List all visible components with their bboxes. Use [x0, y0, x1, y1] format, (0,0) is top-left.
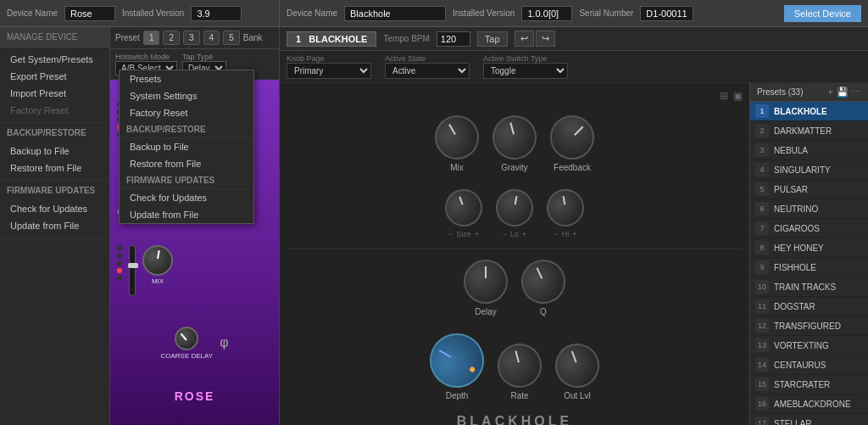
rose-knob-coarse2[interactable] [175, 327, 198, 350]
preset-name: VORTEXTING [774, 341, 829, 350]
bh-mix-label: Mix [450, 163, 464, 172]
bh-knob-feedback-item: Feedback [550, 115, 594, 172]
preset-number: 10 [755, 280, 769, 294]
layout-icon[interactable]: ▣ [733, 90, 743, 102]
preset-tab-2[interactable]: 2 [163, 31, 180, 45]
rose-preset-bar: Preset 1 2 3 4 5 Bank [110, 27, 279, 49]
preset-item-9[interactable]: 9FISHHOLE [750, 258, 868, 277]
preset-item-16[interactable]: 16AMEBLACKDRONE [750, 394, 868, 414]
tempo-input[interactable] [437, 31, 470, 47]
sidebar-item-factory-reset[interactable]: Factory Reset [0, 102, 109, 119]
dropdown-item-presets[interactable]: Presets [120, 70, 253, 87]
preset-item-10[interactable]: 10TRAIN TRACKS [750, 277, 868, 297]
bh-knob-gravity[interactable] [487, 110, 542, 165]
preset-item-14[interactable]: 14CENTAURUS [750, 355, 868, 375]
preset-name: HEY HONEY [774, 243, 824, 253]
undo-button[interactable]: ↩ [515, 31, 534, 47]
preset-item-1[interactable]: 1BLACKHOLE [750, 102, 868, 121]
active-state-select[interactable]: Active [385, 63, 470, 79]
bh-knob-row-2: −Size+ −Lo+ −Hi+ [287, 182, 743, 245]
preset-name: TRAIN TRACKS [774, 282, 836, 292]
preset-number: 13 [755, 338, 769, 352]
sidebar-item-update-from-file[interactable]: Update from File [0, 217, 109, 234]
preset-item-15[interactable]: 15STARCRATER [750, 375, 868, 394]
presets-save-icon[interactable]: 💾 [837, 87, 849, 98]
bank-label: Bank [243, 33, 263, 42]
sidebar-item-get-system-presets[interactable]: Get System/Presets [0, 51, 109, 68]
preset-number: 5 [755, 182, 769, 196]
sidebar-item-export-preset[interactable]: Export Preset [0, 68, 109, 85]
knob-page-select[interactable]: Primary [287, 63, 371, 79]
bh-knob-delay[interactable] [464, 260, 508, 304]
dropdown-item-backup[interactable]: Backup to File [120, 138, 253, 155]
select-device-button[interactable]: Select Device [784, 5, 861, 22]
tap-button[interactable]: Tap [477, 31, 508, 47]
presets-panel: Presets (33) + 💾 ⋯ 1BLACKHOLE2DARKMATTER… [749, 83, 868, 425]
rose-knob-mix2[interactable] [142, 245, 173, 276]
blackhole-controls-bar: Knob Page Primary Active State Active Ac… [280, 51, 868, 83]
blackhole-logo: BLACKHOLE [287, 411, 743, 425]
bh-knob-lo-item: −Lo+ [496, 189, 533, 238]
hotswitch-label: Hotswitch Mode [115, 53, 177, 61]
sidebar-item-check-updates[interactable]: Check for Updates [0, 200, 109, 217]
knob-page-label: Knob Page [287, 54, 371, 63]
preset-item-5[interactable]: 5PULSAR [750, 180, 868, 199]
dropdown-item-factory-reset[interactable]: Factory Reset [120, 104, 253, 121]
preset-item-2[interactable]: 2DARKMATTER [750, 121, 868, 141]
active-switch-select[interactable]: Toggle [483, 63, 568, 79]
dropdown-item-restore[interactable]: Restore from File [120, 155, 253, 172]
preset-tab-3[interactable]: 3 [183, 31, 200, 45]
preset-number: 9 [755, 260, 769, 274]
bh-knob-rate-item: Rate [498, 344, 542, 400]
preset-tab-4[interactable]: 4 [203, 31, 220, 45]
bh-knob-outlvl[interactable] [549, 338, 606, 394]
preset-item-17[interactable]: 17STELLAR [750, 414, 868, 425]
sidebar-item-import-preset[interactable]: Import Preset [0, 85, 109, 102]
dropdown-item-system-settings[interactable]: System Settings [120, 87, 253, 104]
bh-knob-lo[interactable] [493, 187, 537, 230]
bh-feedback-label: Feedback [554, 163, 591, 172]
bh-knob-hi[interactable] [544, 187, 587, 230]
preset-tab-1[interactable]: 1 [143, 31, 160, 45]
right-serial-value: D1-00011 [640, 6, 693, 21]
preset-name: STARCRATER [774, 380, 830, 389]
presets-add-icon[interactable]: + [828, 87, 833, 98]
grid-icon[interactable]: ⊞ [720, 90, 728, 102]
right-installed-label: Installed Version [453, 8, 515, 18]
presets-more-icon[interactable]: ⋯ [852, 87, 861, 98]
bh-knob-depth[interactable] [420, 323, 493, 397]
redo-button[interactable]: ↪ [536, 31, 555, 47]
bh-knob-outlvl-item: Out Lvl [555, 344, 599, 400]
dropdown-item-update-from-file[interactable]: Update from File [120, 206, 253, 223]
blackhole-tab-name: BLACKHOLE [309, 34, 367, 44]
preset-number: 12 [755, 319, 769, 333]
preset-tab-5[interactable]: 5 [223, 31, 240, 45]
preset-name: DARKMATTER [774, 126, 832, 136]
preset-number: 14 [755, 358, 769, 372]
preset-item-3[interactable]: 3NEBULA [750, 141, 868, 160]
preset-item-7[interactable]: 7CIGAROOS [750, 219, 868, 238]
bh-knob-mix[interactable] [426, 107, 487, 167]
bh-depth-label: Depth [446, 391, 469, 400]
preset-item-11[interactable]: 11DOGSTAR [750, 297, 868, 316]
preset-item-4[interactable]: 4SINGULARITY [750, 160, 868, 180]
bh-knob-size[interactable] [440, 184, 487, 232]
preset-item-13[interactable]: 13VORTEXTING [750, 336, 868, 355]
rose-mix2-label: MIX [152, 277, 164, 285]
rose-logo: ROSE [175, 389, 215, 403]
rose-slider-2[interactable] [129, 245, 136, 296]
bh-lo-label: Lo [510, 230, 519, 238]
dropdown-item-check-updates[interactable]: Check for Updates [120, 189, 253, 206]
bh-knob-rate[interactable] [492, 338, 547, 393]
sidebar-item-restore-from-file[interactable]: Restore from File [0, 159, 109, 176]
preset-number: 8 [755, 241, 769, 254]
bh-knob-feedback[interactable] [541, 106, 604, 169]
preset-item-8[interactable]: 8HEY HONEY [750, 238, 868, 258]
preset-item-6[interactable]: 6NEUTRINO [750, 199, 868, 219]
backup-restore-header: BACKUP/RESTORE [0, 123, 109, 139]
preset-item-12[interactable]: 12TRANSFIGURED [750, 316, 868, 336]
sidebar-item-backup-to-file[interactable]: Backup to File [0, 143, 109, 159]
preset-number: 17 [755, 417, 769, 425]
blackhole-tab[interactable]: 1 BLACKHOLE [287, 31, 376, 47]
bh-knob-q[interactable] [514, 252, 572, 310]
